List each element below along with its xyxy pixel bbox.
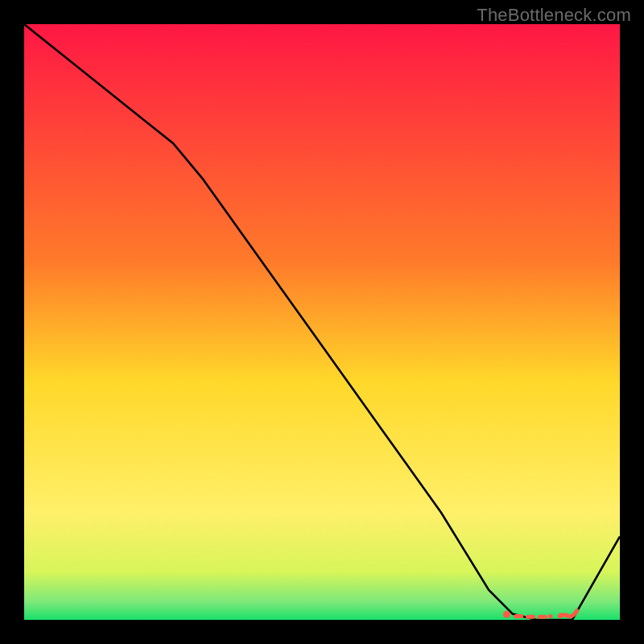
gradient-background (24, 24, 620, 620)
marker-dash (526, 615, 535, 619)
watermark-text: TheBottleneck.com (477, 5, 631, 26)
chart-svg (24, 24, 620, 620)
marker-dash (538, 615, 547, 619)
marker-dot (503, 611, 510, 618)
marker-dash (548, 614, 553, 618)
marker-dash (514, 614, 523, 618)
chart-plot-area (24, 24, 620, 620)
